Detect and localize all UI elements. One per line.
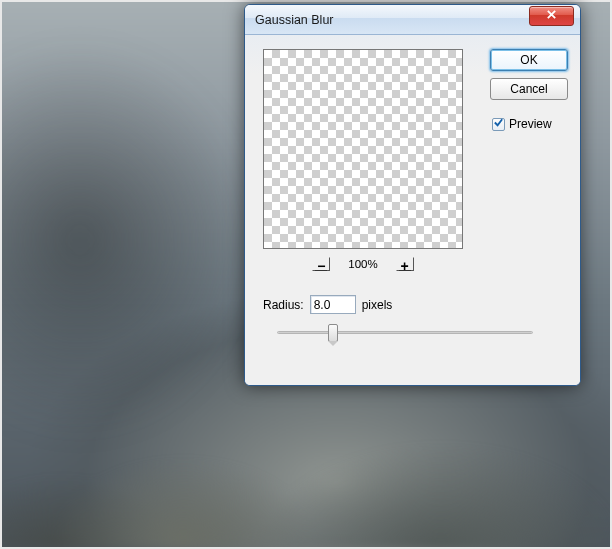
dialog-body: − 100% + OK Cancel Preview xyxy=(245,35,580,385)
minus-icon: − xyxy=(317,262,325,270)
dialog-titlebar[interactable]: Gaussian Blur xyxy=(245,5,580,35)
close-button[interactable] xyxy=(529,6,574,26)
preview-checkbox-label: Preview xyxy=(509,117,552,131)
radius-label: Radius: xyxy=(263,298,304,312)
zoom-in-button[interactable]: + xyxy=(396,257,414,271)
preview-checkbox-row: Preview xyxy=(490,117,568,131)
dialog-title: Gaussian Blur xyxy=(255,13,574,27)
ok-button-label: OK xyxy=(520,53,537,67)
slider-track xyxy=(277,331,533,334)
radius-row: Radius: 8.0 pixels xyxy=(263,295,392,314)
gaussian-blur-dialog: Gaussian Blur − 100% + OK Cancel xyxy=(244,4,581,386)
ok-button[interactable]: OK xyxy=(490,49,568,71)
transparency-checker xyxy=(264,50,462,248)
radius-value: 8.0 xyxy=(314,298,331,312)
radius-unit-label: pixels xyxy=(362,298,393,312)
checkmark-icon xyxy=(493,117,504,131)
radius-input[interactable]: 8.0 xyxy=(310,295,356,314)
dialog-button-column: OK Cancel Preview xyxy=(490,49,568,131)
zoom-level-label: 100% xyxy=(348,258,377,270)
zoom-out-button[interactable]: − xyxy=(312,257,330,271)
preview-checkbox[interactable] xyxy=(492,118,505,131)
radius-slider[interactable] xyxy=(277,323,533,343)
cancel-button-label: Cancel xyxy=(510,82,547,96)
close-icon xyxy=(546,9,557,23)
preview-canvas[interactable] xyxy=(263,49,463,249)
slider-thumb[interactable] xyxy=(328,324,338,342)
zoom-controls: − 100% + xyxy=(263,253,463,275)
plus-icon: + xyxy=(401,262,409,270)
cancel-button[interactable]: Cancel xyxy=(490,78,568,100)
